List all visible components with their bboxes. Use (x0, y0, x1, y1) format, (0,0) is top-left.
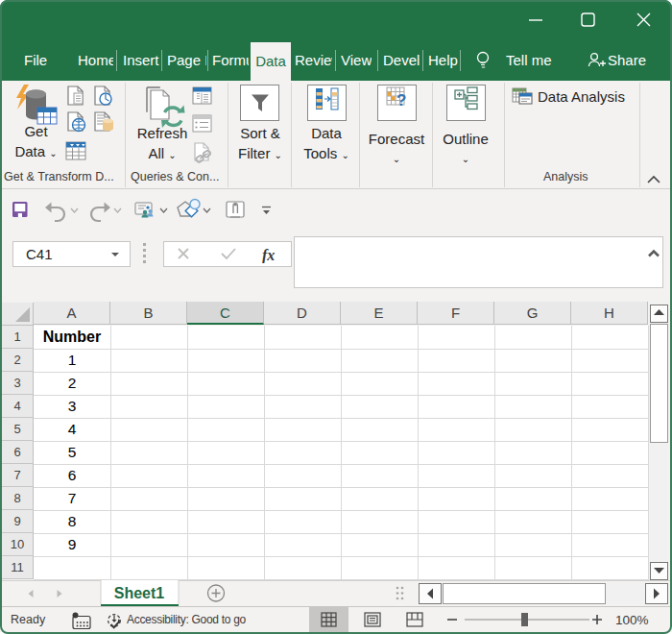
svg-text:Accessibility: Good to go: Accessibility: Good to go (127, 613, 247, 626)
svg-text:Sheet1: Sheet1 (114, 585, 165, 601)
svg-text:100%: 100% (615, 613, 649, 627)
svg-text:?: ? (396, 91, 406, 110)
svg-text:fx: fx (262, 247, 275, 264)
svg-text:Ready: Ready (11, 613, 46, 626)
